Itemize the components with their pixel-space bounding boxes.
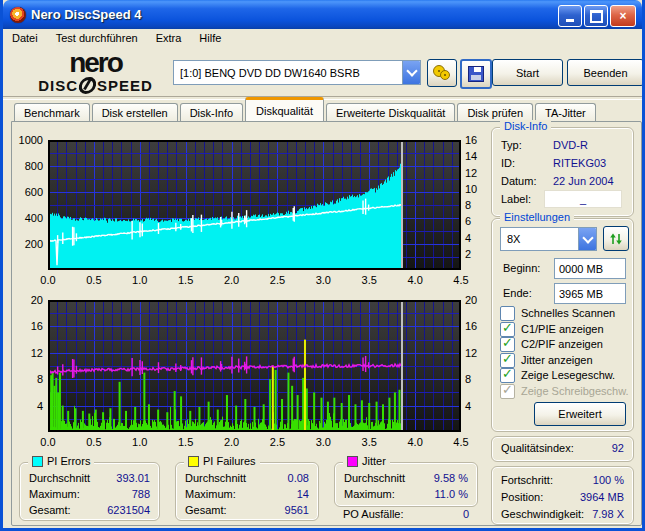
pi-failures-stats-box: PI Failures Durchschnitt0.08 Maximum:14 … (175, 462, 319, 521)
ende-value: 3965 MB (559, 288, 603, 300)
label-value: _ (580, 193, 586, 205)
logo-speed-text: SPEED (97, 78, 153, 93)
axis-tick-label: 16 (465, 320, 477, 332)
save-button[interactable] (460, 59, 492, 89)
typ-label: Typ: (501, 139, 522, 151)
tab-disk-pruefen[interactable]: Disk prüfen (457, 103, 533, 121)
quality-index-value: 92 (612, 442, 624, 454)
chevron-down-icon[interactable] (578, 228, 596, 250)
jitter-legend-icon (347, 456, 358, 467)
erweitert-button-label: Erweitert (558, 408, 601, 420)
nero-discspeed-logo: nero DISC SPEED (33, 49, 158, 94)
maximize-button[interactable] (584, 5, 608, 27)
start-button-label: Start (516, 67, 539, 79)
menu-hilfe[interactable]: Hilfe (190, 30, 230, 46)
axis-tick-label: 4.5 (449, 436, 473, 448)
checkbox-schreibgeschw: Zeige Schreibgeschw. (500, 384, 629, 398)
axis-tick-label: 400 (7, 212, 43, 224)
position-value: 3964 MB (580, 491, 624, 503)
fortschritt-value: 100 % (593, 474, 624, 486)
quit-button[interactable]: Beenden (567, 59, 644, 86)
axis-tick-label: 4.0 (403, 436, 427, 448)
axis-tick-label: 8 (465, 199, 471, 211)
quit-button-label: Beenden (583, 67, 627, 79)
speed-select[interactable]: 8X (500, 227, 597, 251)
tab-diskqualitaet[interactable]: Diskqualität (245, 97, 324, 121)
ende-input[interactable]: 3965 MB (554, 283, 626, 304)
checkbox-c1-pie[interactable]: C1/PIE anzeigen (500, 322, 604, 336)
beginn-value: 0000 MB (559, 263, 603, 275)
axis-tick-label: 4 (7, 400, 43, 412)
axis-tick-label: 1.5 (174, 436, 198, 448)
axis-tick-label: 2.5 (265, 274, 289, 286)
axis-tick-label: 1.0 (128, 436, 152, 448)
axis-tick-label: 800 (7, 160, 43, 172)
po-failures-value: 0 (463, 508, 469, 520)
axis-tick-label: 3.5 (357, 436, 381, 448)
axis-tick-label: 0.5 (82, 436, 106, 448)
gears-icon (433, 65, 451, 81)
axis-tick-label: 2.0 (220, 436, 244, 448)
menu-bar: Datei Test durchführen Extra Hilfe (3, 29, 642, 47)
drive-tools-button[interactable] (427, 59, 457, 87)
pi-failures-legend-icon (188, 456, 199, 467)
start-button[interactable]: Start (492, 59, 563, 86)
checkbox-jitter[interactable]: Jitter anzeigen (500, 353, 593, 367)
tab-erweiterte-diskqualitaet[interactable]: Erweiterte Diskqualität (326, 103, 455, 121)
axis-tick-label: 16 (465, 134, 477, 146)
minimize-button[interactable] (558, 5, 582, 27)
geschwindigkeit-label: Geschwindigkeit: (501, 508, 584, 520)
progress-box: Fortschritt:100 % Position:3964 MB Gesch… (491, 466, 634, 525)
po-failures-label: PO Ausfälle: (343, 508, 404, 520)
logo-disc-text: DISC (38, 78, 78, 93)
tab-benchmark[interactable]: Benchmark (14, 103, 90, 121)
axis-tick-label: 3.0 (311, 436, 335, 448)
menu-datei[interactable]: Datei (3, 30, 47, 46)
axis-tick-label: 200 (7, 238, 43, 250)
typ-value: DVD-R (553, 139, 588, 151)
title-bar[interactable]: Nero DiscSpeed 4 × (3, 0, 642, 29)
datum-label: Datum: (501, 175, 536, 187)
beginn-input[interactable]: 0000 MB (554, 258, 626, 279)
menu-extra[interactable]: Extra (147, 30, 191, 46)
axis-tick-label: 10 (465, 183, 477, 195)
jitter-stats-title: Jitter (362, 455, 386, 467)
disk-info-title: Disk-Info (500, 120, 551, 132)
tab-ta-jitter[interactable]: TA-Jitter (535, 103, 596, 121)
logo-nero-text: nero (33, 49, 158, 77)
tab-disk-erstellen[interactable]: Disk erstellen (92, 103, 178, 121)
id-value: RITEKG03 (553, 157, 606, 169)
refresh-button[interactable] (603, 226, 629, 251)
label-field: _ (544, 190, 622, 208)
menu-test-durchfuehren[interactable]: Test durchführen (47, 30, 147, 46)
axis-tick-label: 14 (465, 150, 477, 162)
pi-errors-legend-icon (32, 456, 43, 467)
disk-info-group: Disk-Info Typ:DVD-R ID:RITEKG03 Datum:22… (491, 127, 634, 217)
axis-tick-label: 3.0 (311, 274, 335, 286)
axis-tick-label: 1.5 (174, 274, 198, 286)
checkbox-c2-pif[interactable]: C2/PIF anzeigen (500, 337, 603, 351)
checkbox-schnelles-scannen[interactable]: Schnelles Scannen (500, 306, 615, 320)
chevron-down-icon[interactable] (402, 61, 420, 84)
axis-tick-label: 1000 (7, 134, 43, 146)
ende-label: Ende: (503, 287, 532, 299)
erweitert-button[interactable]: Erweitert (534, 402, 626, 426)
drive-select[interactable]: [1:0] BENQ DVD DD DW1640 BSRB (173, 60, 421, 85)
close-button[interactable]: × (610, 5, 636, 27)
tab-disk-info[interactable]: Disk-Info (180, 103, 243, 121)
drive-select-value: [1:0] BENQ DVD DD DW1640 BSRB (174, 67, 402, 79)
beginn-label: Beginn: (503, 262, 540, 274)
checkbox-lesegeschw[interactable]: Zeige Lesegeschw. (500, 368, 615, 382)
axis-tick-label: 4 (465, 232, 471, 244)
tab-strip: Benchmark Disk erstellen Disk-Info Diskq… (14, 100, 596, 121)
axis-tick-label: 2.0 (220, 274, 244, 286)
axis-tick-label: 12 (465, 167, 477, 179)
datum-value: 22 Jun 2004 (553, 175, 614, 187)
geschwindigkeit-value: 7.98 X (592, 508, 624, 520)
floppy-disk-icon (468, 66, 484, 82)
axis-tick-label: 2 (465, 248, 471, 260)
axis-tick-label: 12 (7, 347, 43, 359)
pi-errors-stats-box: PI Errors Durchschnitt393.01 Maximum:788… (19, 462, 160, 521)
pi-failures-stats-title: PI Failures (203, 455, 256, 467)
axis-tick-label: 8 (7, 373, 43, 385)
